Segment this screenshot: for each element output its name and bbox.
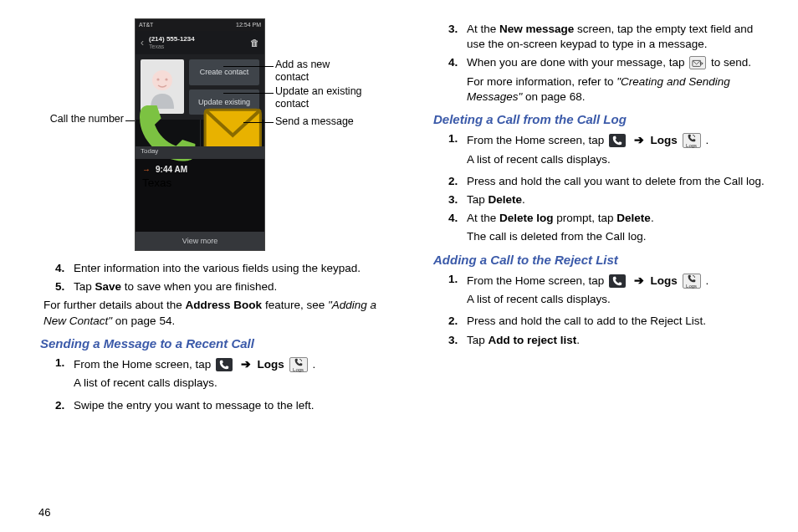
step-number: 2. xyxy=(55,398,74,413)
step-number: 1. xyxy=(448,272,467,289)
paragraph: For further details about the Address Bo… xyxy=(33,298,396,328)
step-number: 3. xyxy=(448,22,467,52)
page-number: 46 xyxy=(38,505,50,520)
logs-icon: Logs xyxy=(289,357,308,372)
callout-call-number: Call the number xyxy=(33,113,124,125)
message-action[interactable] xyxy=(201,120,265,146)
leader-line xyxy=(223,93,274,94)
phone-statusbar: AT&T 12:54 PM xyxy=(136,19,264,31)
step-number: 4. xyxy=(448,55,467,70)
step-text: From the Home screen, tap ➔ Logs Logs . xyxy=(467,272,765,289)
step-number: 4. xyxy=(55,261,74,276)
back-icon: ‹ xyxy=(141,36,144,49)
phone-location: Texas xyxy=(149,43,245,49)
callout-send-message: Send a message xyxy=(275,115,354,128)
step-number: 4. xyxy=(448,211,467,226)
step-text: Enter information into the various field… xyxy=(74,261,396,276)
callout-add-new: Add as newcontact xyxy=(275,59,330,84)
step-text: Tap Add to reject list. xyxy=(467,333,765,348)
phone-number: (214) 555-1234 xyxy=(149,36,245,43)
list-item: 2. Swipe the entry you want to message t… xyxy=(33,398,396,413)
phone-mockup: AT&T 12:54 PM ‹ (214) 555-1234 Texas 🗑 xyxy=(135,18,265,251)
list-item: 1. From the Home screen, tap ➔ Logs Logs… xyxy=(33,356,396,372)
phone-app-icon xyxy=(609,134,626,147)
list-item: 3. At the New message screen, tap the em… xyxy=(427,22,765,52)
step-text: At the New message screen, tap the empty… xyxy=(467,22,765,52)
subheading-delete-call: Deleting a Call from the Call Log xyxy=(433,111,765,128)
phone-screenshot-diagram: Call the number AT&T 12:54 PM ‹ (214) 55… xyxy=(33,18,396,253)
step-subtext: A list of recent calls displays. xyxy=(33,376,396,391)
subheading-send-message: Sending a Message to a Recent Call xyxy=(40,335,396,352)
action-row xyxy=(136,120,264,146)
step-text: Swipe the entry you want to message to t… xyxy=(74,398,396,413)
step-number: 3. xyxy=(448,192,467,207)
list-item: 5. Tap Save to save when you are finishe… xyxy=(33,279,396,294)
step-text: Press and hold the call to add to the Re… xyxy=(467,314,765,329)
callout-update: Update an existingcontact xyxy=(275,85,362,110)
logs-icon: Logs xyxy=(683,133,701,148)
phone-titlebar: ‹ (214) 555-1234 Texas 🗑 xyxy=(136,31,264,54)
arrow-icon: ➔ xyxy=(634,274,644,287)
outgoing-arrow-icon: → xyxy=(142,164,151,176)
trash-icon: 🗑 xyxy=(250,37,259,49)
leader-line xyxy=(243,122,274,123)
step-number: 1. xyxy=(448,131,467,148)
step-subtext: A list of recent calls displays. xyxy=(427,152,765,167)
step-number: 2. xyxy=(448,314,467,329)
step-subtext: For more information, refer to "Creating… xyxy=(427,74,765,105)
number-block: (214) 555-1234 Texas xyxy=(149,36,245,49)
list-item: 4. At the Delete log prompt, tap Delete. xyxy=(427,211,765,226)
log-time: 9:44 AM xyxy=(156,164,187,176)
call-log: → 9:44 AM Texas xyxy=(136,159,264,201)
leader-line xyxy=(223,66,274,67)
step-text: From the Home screen, tap ➔ Logs Logs . xyxy=(467,131,765,148)
list-item: 1. From the Home screen, tap ➔ Logs Logs… xyxy=(427,272,765,289)
step-text: Press and hold the call you want to dele… xyxy=(467,174,765,189)
clock-label: 12:54 PM xyxy=(236,21,261,28)
phone-app-icon xyxy=(609,274,626,288)
phone-app-icon xyxy=(216,358,233,371)
step-number: 1. xyxy=(55,356,74,372)
log-location: Texas xyxy=(142,176,258,191)
step-text: Tap Save to save when you are finished. xyxy=(74,279,396,294)
step-number: 3. xyxy=(448,333,467,348)
list-item: 4. When you are done with your message, … xyxy=(427,55,765,70)
today-header: Today xyxy=(136,146,264,159)
step-text: When you are done with your message, tap… xyxy=(467,55,765,70)
step-text: At the Delete log prompt, tap Delete. xyxy=(467,211,765,226)
step-text: Tap Delete. xyxy=(467,192,765,207)
step-subtext: The call is deleted from the Call log. xyxy=(427,229,765,244)
list-item: 2. Press and hold the call you want to d… xyxy=(427,174,765,189)
view-more-button[interactable]: View more xyxy=(136,232,264,250)
call-action[interactable] xyxy=(136,120,201,146)
step-number: 5. xyxy=(55,279,74,294)
arrow-icon: ➔ xyxy=(241,358,251,371)
arrow-icon: ➔ xyxy=(634,134,644,146)
carrier-label: AT&T xyxy=(139,21,153,28)
logs-icon: Logs xyxy=(683,274,701,289)
list-item: 3. Tap Add to reject list. xyxy=(427,333,765,348)
create-contact-button[interactable]: Create contact xyxy=(189,59,259,85)
send-message-icon xyxy=(689,56,706,69)
step-number: 2. xyxy=(448,174,467,189)
step-text: From the Home screen, tap ➔ Logs Logs . xyxy=(74,356,396,372)
list-item: 2. Press and hold the call to add to the… xyxy=(427,314,765,329)
list-item: 3. Tap Delete. xyxy=(427,192,765,207)
list-item: 4. Enter information into the various fi… xyxy=(33,261,396,276)
subheading-reject-list: Adding a Call to the Reject List xyxy=(433,252,765,269)
list-item: 1. From the Home screen, tap ➔ Logs Logs… xyxy=(427,131,765,148)
step-subtext: A list of recent calls displays. xyxy=(427,292,765,307)
phone-empty xyxy=(136,201,264,233)
